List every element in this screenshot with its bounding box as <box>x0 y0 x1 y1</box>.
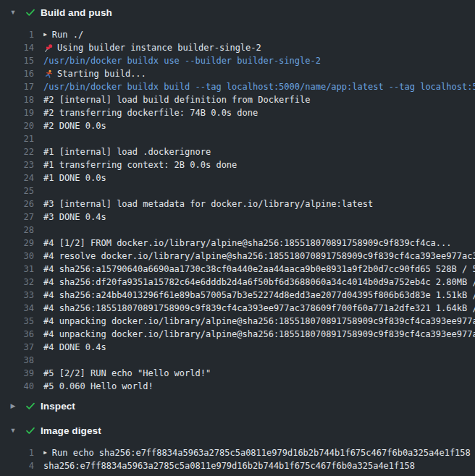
chevron-icon[interactable]: ▼ <box>9 428 17 434</box>
actions-log: ▼ Build and push 1 ▶Run ./ 14 Using buil… <box>0 0 475 476</box>
line-number[interactable]: 21 <box>0 132 34 145</box>
line-text: #4 unpacking docker.io/library/alpine@sh… <box>43 315 475 328</box>
line-number[interactable]: 16 <box>0 67 34 80</box>
line-text: #3 DONE 0.4s <box>43 211 106 224</box>
line-text: #2 transferring dockerfile: 74B 0.0s don… <box>43 106 258 119</box>
line-text: #1 [internal] load .dockerignore <box>43 145 211 158</box>
log-line: 18 #2 [internal] load build definition f… <box>0 93 475 106</box>
line-number[interactable]: 28 <box>0 224 34 237</box>
line-number[interactable]: 15 <box>0 54 34 67</box>
log-line: 29 #4 [1/2] FROM docker.io/library/alpin… <box>0 237 475 250</box>
log-line: 35 #4 unpacking docker.io/library/alpine… <box>0 315 475 328</box>
pin-icon <box>43 43 54 53</box>
line-text: Starting build... <box>57 67 146 80</box>
chevron-icon[interactable]: ▶ <box>9 403 17 409</box>
line-number[interactable]: 27 <box>0 211 34 224</box>
line-content: #4 [1/2] FROM docker.io/library/alpine@s… <box>43 237 475 250</box>
line-number[interactable]: 30 <box>0 250 34 263</box>
line-content: #1 [internal] load .dockerignore <box>43 145 475 158</box>
line-number[interactable]: 4 <box>0 459 34 472</box>
chevron-icon[interactable]: ▼ <box>9 9 17 16</box>
line-number[interactable]: 37 <box>0 341 34 354</box>
line-text: Run ./ <box>52 28 83 41</box>
log-line: 33 #4 sha256:a24bb4013296f61e89ba57005a7… <box>0 289 475 302</box>
log-line: 22 #1 [internal] load .dockerignore <box>0 145 475 158</box>
line-text: sha256:e7ff8834a5963a2785c5a0811e979d16b… <box>43 459 415 472</box>
line-text: #4 sha256:185518070891758909c9f839cf4ca3… <box>43 302 475 315</box>
line-text: Using builder instance builder-single-2 <box>57 41 261 54</box>
line-content: #4 sha256:185518070891758909c9f839cf4ca3… <box>43 302 475 315</box>
step-title: Build and push <box>41 7 112 18</box>
log-line: 24 #1 DONE 0.0s <box>0 171 475 184</box>
log-line: 19 #2 transferring dockerfile: 74B 0.0s … <box>0 106 475 119</box>
line-text: #4 DONE 0.4s <box>43 341 106 354</box>
line-content: /usr/bin/docker buildx use --builder bui… <box>43 54 475 67</box>
step-header[interactable]: ▼ Image digest <box>0 418 475 443</box>
line-number[interactable]: 23 <box>0 158 34 171</box>
line-text: /usr/bin/docker buildx use --builder bui… <box>43 54 321 67</box>
line-number[interactable]: 1 <box>0 446 34 459</box>
line-content: #4 sha256:a15790640a6690aa1730c38cf0a440… <box>43 263 475 276</box>
log-line: 39 #5 [2/2] RUN echo "Hello world!" <box>0 367 475 380</box>
check-icon <box>25 425 36 436</box>
line-content: ▶Run echo sha256:e7ff8834a5963a2785c5a08… <box>43 446 475 459</box>
line-text: #4 unpacking docker.io/library/alpine@sh… <box>43 328 475 341</box>
line-text: #1 DONE 0.0s <box>43 171 106 184</box>
line-number[interactable]: 22 <box>0 145 34 158</box>
line-content: #2 [internal] load build definition from… <box>43 93 475 106</box>
log-line: 20 #2 DONE 0.0s <box>0 119 475 132</box>
line-number[interactable]: 25 <box>0 184 34 197</box>
line-number[interactable]: 24 <box>0 171 34 184</box>
line-number[interactable]: 40 <box>0 380 34 393</box>
line-number[interactable]: 18 <box>0 93 34 106</box>
line-text: #2 DONE 0.0s <box>43 119 106 132</box>
log-section: ▼ Build and push 1 ▶Run ./ 14 Using buil… <box>0 0 475 393</box>
line-number[interactable]: 33 <box>0 289 34 302</box>
expander-icon[interactable]: ▶ <box>43 32 47 38</box>
line-content: /usr/bin/docker buildx build --tag local… <box>43 80 475 93</box>
log-line: 21 <box>0 132 475 145</box>
line-text: /usr/bin/docker buildx build --tag local… <box>43 80 475 93</box>
check-icon <box>25 7 36 18</box>
line-number[interactable]: 17 <box>0 80 34 93</box>
step-header[interactable]: ▼ Build and push <box>0 0 475 25</box>
line-number[interactable]: 31 <box>0 263 34 276</box>
line-number[interactable]: 29 <box>0 237 34 250</box>
line-number[interactable]: 34 <box>0 302 34 315</box>
log-line: 17 /usr/bin/docker buildx build --tag lo… <box>0 80 475 93</box>
step-header[interactable]: ▶ Inspect <box>0 394 475 418</box>
step-body: 1 ▶Run ./ 14 Using builder instance buil… <box>0 28 475 393</box>
log-section: ▶ Inspect <box>0 394 475 418</box>
log-line: 27 #3 DONE 0.4s <box>0 211 475 224</box>
log-line: 25 <box>0 184 475 197</box>
log-line: 28 <box>0 224 475 237</box>
step-body: 1 ▶Run echo sha256:e7ff8834a5963a2785c5a… <box>0 446 475 472</box>
line-number[interactable]: 32 <box>0 276 34 289</box>
line-number[interactable]: 38 <box>0 354 34 367</box>
line-text: #2 [internal] load build definition from… <box>43 93 310 106</box>
line-content: #2 DONE 0.0s <box>43 119 475 132</box>
check-icon <box>25 400 36 412</box>
line-content: Starting build... <box>43 67 475 80</box>
line-number[interactable]: 35 <box>0 315 34 328</box>
log-line: 1 ▶Run echo sha256:e7ff8834a5963a2785c5a… <box>0 446 475 459</box>
line-text: #5 [2/2] RUN echo "Hello world!" <box>43 367 211 380</box>
line-number[interactable]: 20 <box>0 119 34 132</box>
line-number[interactable]: 1 <box>0 28 34 41</box>
log-line: 14 Using builder instance builder-single… <box>0 41 475 54</box>
step-title: Inspect <box>41 401 75 412</box>
log-line: 16 Starting build... <box>0 67 475 80</box>
line-content: ▶Run ./ <box>43 28 475 41</box>
line-number[interactable]: 26 <box>0 197 34 211</box>
expander-icon[interactable]: ▶ <box>43 450 47 456</box>
line-content: Using builder instance builder-single-2 <box>43 41 475 54</box>
line-number[interactable]: 39 <box>0 367 34 380</box>
line-content: sha256:e7ff8834a5963a2785c5a0811e979d16b… <box>43 459 475 472</box>
line-number[interactable]: 36 <box>0 328 34 341</box>
line-number[interactable]: 19 <box>0 106 34 119</box>
line-text: #4 resolve docker.io/library/alpine@sha2… <box>43 250 475 263</box>
line-text: #4 sha256:a15790640a6690aa1730c38cf0a440… <box>43 263 475 276</box>
log-line: 38 <box>0 354 475 367</box>
line-number[interactable]: 14 <box>0 41 34 54</box>
log-line: 34 #4 sha256:185518070891758909c9f839cf4… <box>0 302 475 315</box>
